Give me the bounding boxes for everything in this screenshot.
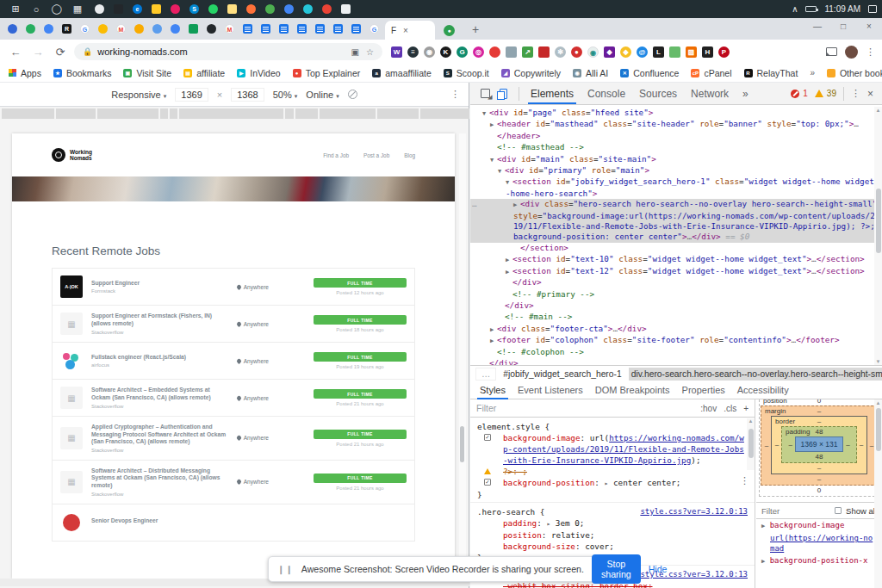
bookmark-apps[interactable]: Apps bbox=[9, 68, 41, 78]
job-title[interactable]: Software Architect – Embedded Systems at… bbox=[91, 387, 230, 401]
dom-node[interactable]: <!-- #primary --> bbox=[470, 289, 882, 300]
tab-gmail[interactable]: M bbox=[116, 24, 126, 34]
url-text[interactable]: working-nomads.com bbox=[97, 46, 188, 57]
tab-docs[interactable] bbox=[333, 24, 343, 34]
tab-shield[interactable] bbox=[8, 24, 17, 34]
ext-puzzle[interactable] bbox=[506, 46, 517, 58]
dom-node[interactable]: ▼<div id="main" class="site-main"> bbox=[470, 154, 882, 165]
dom-node[interactable]: </section> bbox=[470, 243, 882, 254]
dom-node[interactable]: </div> bbox=[470, 277, 882, 288]
lock-icon[interactable]: 🔒 bbox=[83, 47, 92, 56]
styles-filter-input[interactable] bbox=[476, 403, 693, 413]
bookmark-bookmarks[interactable]: ★Bookmarks bbox=[53, 68, 112, 78]
notification-center-icon[interactable] bbox=[868, 5, 877, 13]
checkbox-background-image[interactable]: ✓ bbox=[484, 434, 491, 441]
tab-docs[interactable] bbox=[261, 24, 270, 34]
tab-close-icon[interactable]: × bbox=[403, 26, 408, 35]
device-width-input[interactable]: 1369 bbox=[175, 88, 208, 102]
ext-l-black[interactable]: L bbox=[653, 46, 664, 58]
device-height-input[interactable]: 1368 bbox=[231, 88, 264, 102]
more-tabs-icon[interactable]: » bbox=[736, 84, 755, 104]
dom-node[interactable]: ▶<section id="text-12" class="widget wid… bbox=[470, 266, 882, 277]
class-toggle[interactable]: .cls bbox=[724, 404, 736, 413]
dom-node[interactable]: </div> bbox=[470, 300, 882, 312]
inspect-element-icon[interactable] bbox=[481, 89, 490, 98]
minimize-button[interactable]: — bbox=[804, 18, 830, 35]
hover-state-toggle[interactable]: :hov bbox=[700, 404, 717, 413]
breadcrumb-item[interactable]: … bbox=[475, 368, 496, 381]
start-icon[interactable]: ⊞ bbox=[5, 3, 26, 15]
ext-arrow-green[interactable]: ↗ bbox=[522, 46, 533, 58]
job-title[interactable]: Fullstack engineer (React.js/Scala) bbox=[91, 354, 230, 362]
mail-icon[interactable] bbox=[341, 4, 351, 14]
chrome-icon[interactable] bbox=[265, 4, 275, 14]
ext-grammarly[interactable]: G bbox=[457, 46, 468, 58]
tab-hand[interactable] bbox=[171, 24, 180, 34]
device-mode-select[interactable]: Responsive ▾ bbox=[111, 90, 166, 100]
job-listing[interactable]: ▦Software Architect – Distributed Messag… bbox=[53, 461, 414, 504]
tab-hanger[interactable] bbox=[152, 24, 162, 34]
ext-h-black[interactable]: H bbox=[702, 46, 713, 58]
ext-pokeball[interactable]: ● bbox=[571, 46, 582, 58]
dark-app-icon[interactable] bbox=[114, 4, 123, 14]
job-listing[interactable]: ▦Applied Cryptographer – Authentication … bbox=[53, 417, 414, 461]
ext-wordtune[interactable]: W bbox=[391, 46, 402, 58]
ext-diamond-yellow[interactable]: ◆ bbox=[620, 46, 631, 58]
expand-arrow-icon[interactable]: ▼ bbox=[490, 155, 497, 165]
nav-find-a-job[interactable]: Find a Job bbox=[323, 152, 349, 158]
warning-icon[interactable] bbox=[815, 90, 823, 97]
job-listing[interactable]: Senior Devops Engineer bbox=[53, 504, 414, 541]
bookmark-cpanel[interactable]: cPcPanel bbox=[691, 68, 731, 78]
ext-buffer[interactable]: ≡ bbox=[407, 46, 419, 58]
tab-gmail-2[interactable]: M bbox=[225, 24, 234, 34]
computed-filter-input[interactable] bbox=[761, 506, 830, 516]
expand-arrow-icon[interactable]: ▼ bbox=[498, 166, 505, 176]
bookmark-invideo[interactable]: ▶InVideo bbox=[237, 68, 280, 78]
new-tab-button[interactable]: + bbox=[472, 22, 479, 36]
expand-arrow-icon[interactable]: ▼ bbox=[482, 108, 489, 119]
dom-node[interactable]: <!-- #colophon --> bbox=[470, 347, 882, 358]
dom-node[interactable]: <!-- #main --> bbox=[470, 312, 882, 323]
rule-menu-icon[interactable]: ⋮ bbox=[740, 475, 749, 486]
cast-icon[interactable] bbox=[826, 47, 837, 56]
bookmarks-overflow-icon[interactable]: » bbox=[810, 68, 815, 77]
hide-button[interactable]: Hide bbox=[649, 564, 668, 574]
tab-ads[interactable] bbox=[98, 24, 108, 34]
decl-padding[interactable]: padding: ▸ 3em 0; bbox=[477, 517, 748, 529]
job-listing[interactable]: ▦Software Architect – Embedded Systems a… bbox=[53, 380, 414, 417]
ext-pickaxe[interactable] bbox=[538, 46, 550, 58]
dom-node-selected[interactable]: …▶<div class="hero-search hero-search--n… bbox=[470, 199, 882, 243]
dom-node[interactable]: ▶<header id="masthead" class="site-heade… bbox=[470, 119, 882, 130]
job-listing[interactable]: ▦Support Engineer at Formstack (Fishers,… bbox=[53, 306, 414, 343]
color-wheel-app-icon[interactable] bbox=[95, 4, 104, 14]
dom-gutter-dots[interactable]: … bbox=[472, 199, 478, 209]
drive-icon[interactable] bbox=[284, 4, 294, 14]
new-rule-button[interactable]: + bbox=[743, 404, 748, 413]
tab-styles[interactable]: Styles bbox=[474, 381, 512, 399]
dom-node[interactable]: ▶<footer id="colophon" class="site-foote… bbox=[470, 335, 882, 346]
ext-q-blue[interactable]: @ bbox=[637, 46, 648, 58]
expand-arrow-icon[interactable]: ▶ bbox=[490, 336, 497, 346]
tab-analytics[interactable] bbox=[134, 24, 144, 34]
stylesheet-link[interactable]: style.css?ver=3.12.0:13 bbox=[640, 506, 748, 517]
job-listing[interactable]: Fullstack engineer (React.js/Scala)airfo… bbox=[53, 343, 414, 380]
breadcrumb-item[interactable]: div.hero-search.hero-search--no-overlay.… bbox=[629, 368, 882, 381]
devtools-menu-icon[interactable]: ⋮ bbox=[851, 88, 860, 99]
active-tab[interactable]: F × bbox=[385, 21, 435, 40]
job-listing[interactable]: A·|OKSupport EngineerFormstackAnywhereFU… bbox=[53, 269, 414, 306]
job-title[interactable]: Senior Devops Engineer bbox=[91, 517, 230, 525]
file-explorer-icon[interactable] bbox=[152, 4, 161, 14]
task-view-icon[interactable]: ▦ bbox=[67, 3, 88, 15]
bookmark-star-icon[interactable]: ☆ bbox=[366, 47, 374, 57]
tab-docs[interactable] bbox=[297, 24, 307, 34]
cortana-icon[interactable]: ◯ bbox=[47, 3, 67, 15]
devtools-close-icon[interactable]: × bbox=[864, 88, 877, 100]
clock[interactable]: 11:09 AM bbox=[824, 4, 860, 14]
computed-prop-background-position-x[interactable]: ▶ background-position-x bbox=[756, 554, 882, 567]
ext-instagram[interactable]: ◎ bbox=[473, 46, 484, 58]
decl-invalid[interactable]: ?>: ; bbox=[477, 466, 748, 477]
other-bookmarks[interactable]: Other bookmarks bbox=[827, 68, 882, 78]
ext-share[interactable] bbox=[489, 46, 500, 58]
stop-sharing-button[interactable]: Stop sharing bbox=[592, 554, 641, 584]
zoom-select[interactable]: 50% ▾ bbox=[273, 90, 298, 100]
